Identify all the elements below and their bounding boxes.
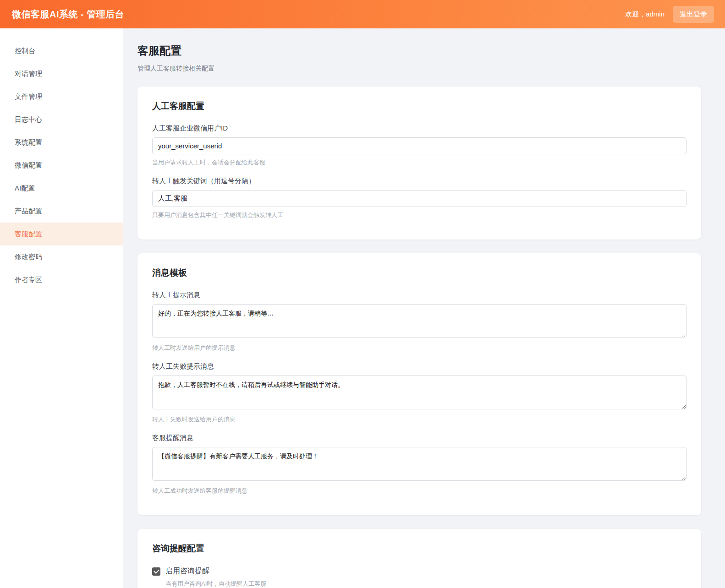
card-notify-title: 咨询提醒配置: [152, 543, 687, 555]
transfer-message-label: 转人工提示消息: [152, 291, 687, 299]
servicer-userid-help: 当用户请求转人工时，会话会分配给此客服: [152, 158, 687, 167]
logout-button[interactable]: 退出登录: [673, 6, 714, 23]
servicer-userid-input[interactable]: [152, 137, 687, 154]
app-title: 微信客服AI系统 - 管理后台: [12, 8, 124, 21]
main-content: 客服配置 管理人工客服转接相关配置 人工客服配置 人工客服企业微信用户ID 当用…: [123, 28, 725, 588]
welcome-text: 欢迎，admin: [625, 10, 665, 19]
field-servicer-userid: 人工客服企业微信用户ID 当用户请求转人工时，会话会分配给此客服: [152, 124, 687, 167]
sidebar-item-service-config[interactable]: 客服配置: [0, 223, 123, 245]
page-title: 客服配置: [137, 44, 701, 58]
sidebar-item-system-config[interactable]: 系统配置: [0, 131, 123, 154]
card-templates-title: 消息模板: [152, 267, 687, 279]
top-header: 微信客服AI系统 - 管理后台 欢迎，admin 退出登录: [0, 0, 725, 28]
sidebar-item-conversations[interactable]: 对话管理: [0, 62, 123, 85]
transfer-fail-message-help: 转人工失败时发送给用户的消息: [152, 415, 687, 424]
enable-consult-notify-row: 启用咨询提醒: [152, 566, 687, 576]
sidebar-item-change-password[interactable]: 修改密码: [0, 245, 123, 268]
enable-consult-notify-checkbox[interactable]: [152, 567, 160, 576]
enable-consult-notify-help: 当有用户咨询AI时，自动提醒人工客服: [165, 580, 687, 588]
field-service-reminder-message: 客服提醒消息 【微信客服提醒】有新客户需要人工服务，请及时处理！ 转人工成功时发…: [152, 434, 687, 495]
enable-consult-notify-label[interactable]: 启用咨询提醒: [165, 566, 209, 576]
sidebar: 控制台 对话管理 文件管理 日志中心 系统配置 微信配置 AI配置 产品配置 客…: [0, 28, 123, 588]
trigger-keywords-help: 只要用户消息包含其中任一关键词就会触发转人工: [152, 211, 687, 219]
field-trigger-keywords: 转人工触发关键词（用逗号分隔） 只要用户消息包含其中任一关键词就会触发转人工: [152, 177, 687, 219]
page-subtitle: 管理人工客服转接相关配置: [137, 65, 701, 73]
servicer-userid-label: 人工客服企业微信用户ID: [152, 124, 687, 133]
sidebar-item-product-config[interactable]: 产品配置: [0, 200, 123, 223]
sidebar-item-dashboard[interactable]: 控制台: [0, 39, 123, 62]
sidebar-item-author-zone[interactable]: 作者专区: [0, 268, 123, 291]
sidebar-item-wechat-config[interactable]: 微信配置: [0, 154, 123, 177]
field-transfer-fail-message: 转人工失败提示消息 抱歉，人工客服暂时不在线，请稍后再试或继续与智能助手对话。 …: [152, 362, 687, 424]
service-reminder-label: 客服提醒消息: [152, 434, 687, 442]
card-consult-notify-config: 咨询提醒配置 启用咨询提醒 当有用户咨询AI时，自动提醒人工客服: [137, 529, 701, 588]
transfer-fail-message-label: 转人工失败提示消息: [152, 362, 687, 371]
card-agent-title: 人工客服配置: [152, 100, 687, 112]
sidebar-item-logs[interactable]: 日志中心: [0, 108, 123, 131]
sidebar-item-ai-config[interactable]: AI配置: [0, 177, 123, 200]
card-message-templates: 消息模板 转人工提示消息 好的，正在为您转接人工客服，请稍等... 转人工时发送…: [137, 253, 701, 515]
service-reminder-help: 转人工成功时发送给客服的提醒消息: [152, 487, 687, 495]
transfer-message-textarea[interactable]: 好的，正在为您转接人工客服，请稍等...: [152, 304, 687, 338]
card-agent-config: 人工客服配置 人工客服企业微信用户ID 当用户请求转人工时，会话会分配给此客服 …: [137, 87, 701, 240]
trigger-keywords-label: 转人工触发关键词（用逗号分隔）: [152, 177, 687, 185]
transfer-message-help: 转人工时发送给用户的提示消息: [152, 344, 687, 352]
sidebar-item-files[interactable]: 文件管理: [0, 85, 123, 108]
service-reminder-textarea[interactable]: 【微信客服提醒】有新客户需要人工服务，请及时处理！: [152, 447, 687, 481]
field-transfer-message: 转人工提示消息 好的，正在为您转接人工客服，请稍等... 转人工时发送给用户的提…: [152, 291, 687, 352]
transfer-fail-message-textarea[interactable]: 抱歉，人工客服暂时不在线，请稍后再试或继续与智能助手对话。: [152, 376, 687, 409]
header-right: 欢迎，admin 退出登录: [625, 6, 714, 23]
trigger-keywords-input[interactable]: [152, 190, 687, 207]
